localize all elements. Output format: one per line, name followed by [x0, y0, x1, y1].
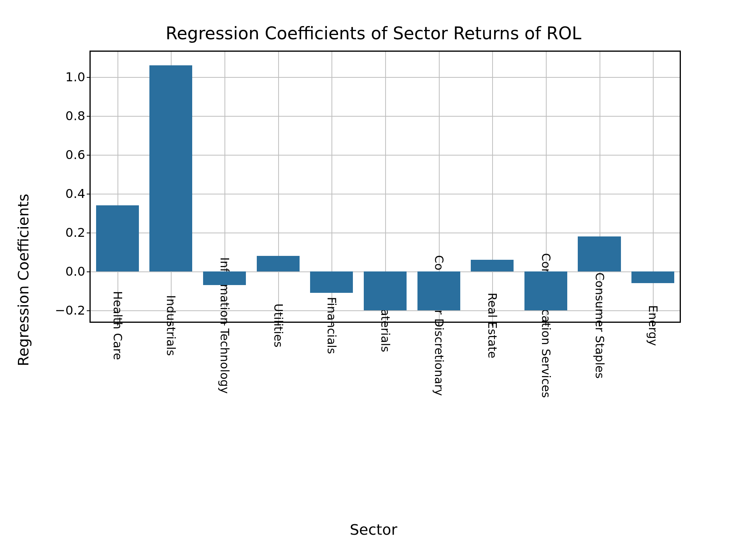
- bar: [149, 65, 192, 271]
- ytick-label: 1.0: [65, 70, 91, 84]
- ytick-label: 0.0: [65, 264, 91, 279]
- xtick-label: Industrials: [164, 295, 178, 356]
- xtick-label: Health Care: [110, 291, 124, 360]
- xtick-label: Consumer Staples: [593, 272, 606, 378]
- bar: [203, 271, 246, 285]
- ytick-label: −0.2: [55, 303, 91, 318]
- ytick-label: 0.8: [65, 108, 91, 123]
- bar: [524, 271, 567, 310]
- xtick-label: Utilities: [271, 304, 285, 348]
- y-axis-label: Regression Coefficients: [15, 194, 32, 366]
- xtick-label: Financials: [325, 297, 338, 354]
- gridline-v: [117, 52, 118, 322]
- bar: [257, 256, 300, 271]
- xtick-label: Real Estate: [486, 292, 499, 358]
- bar: [364, 271, 407, 310]
- ytick-label: 0.6: [65, 147, 91, 162]
- ytick-label: 0.2: [65, 225, 91, 240]
- bar: [417, 271, 460, 310]
- bar: [631, 271, 674, 283]
- bar: [578, 236, 621, 271]
- chart-container: Regression Coefficients of Sector Return…: [47, 23, 700, 537]
- x-axis-label: Sector: [47, 521, 700, 538]
- plot-area: −0.20.00.20.40.60.81.0Health CareIndustr…: [89, 51, 681, 323]
- gridline-v: [492, 52, 493, 322]
- bar: [310, 271, 353, 293]
- ytick-label: 0.4: [65, 186, 91, 201]
- bar: [471, 260, 514, 271]
- chart-title: Regression Coefficients of Sector Return…: [47, 23, 700, 43]
- xtick-label: Energy: [646, 305, 660, 346]
- gridline-v: [278, 52, 279, 322]
- bar: [96, 205, 139, 271]
